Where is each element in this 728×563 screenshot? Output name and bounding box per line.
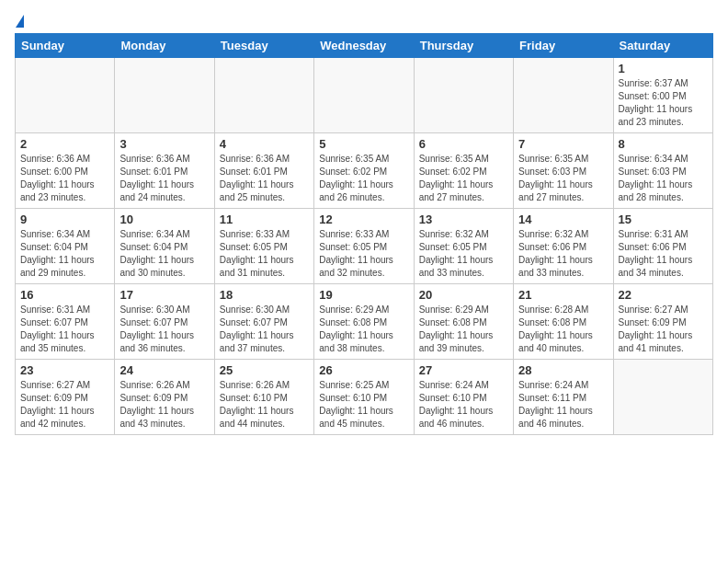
day-number: 7 xyxy=(518,137,608,151)
day-info: Sunrise: 6:31 AM Sunset: 6:06 PM Dayligh… xyxy=(619,228,708,280)
day-info: Sunrise: 6:27 AM Sunset: 6:09 PM Dayligh… xyxy=(619,304,708,355)
day-info: Sunrise: 6:30 AM Sunset: 6:07 PM Dayligh… xyxy=(220,304,309,355)
calendar-cell: 7Sunrise: 6:35 AM Sunset: 6:03 PM Daylig… xyxy=(514,133,613,209)
calendar-cell xyxy=(414,58,513,133)
day-info: Sunrise: 6:25 AM Sunset: 6:10 PM Dayligh… xyxy=(319,379,408,431)
calendar-cell: 14Sunrise: 6:32 AM Sunset: 6:06 PM Dayli… xyxy=(514,209,613,284)
calendar-week-row: 2Sunrise: 6:36 AM Sunset: 6:00 PM Daylig… xyxy=(16,133,713,209)
day-number: 9 xyxy=(20,213,109,226)
day-info: Sunrise: 6:36 AM Sunset: 6:01 PM Dayligh… xyxy=(220,153,309,204)
day-info: Sunrise: 6:34 AM Sunset: 6:04 PM Dayligh… xyxy=(20,228,109,280)
day-number: 11 xyxy=(220,213,309,226)
calendar-cell: 6Sunrise: 6:35 AM Sunset: 6:02 PM Daylig… xyxy=(414,133,513,209)
day-info: Sunrise: 6:32 AM Sunset: 6:06 PM Dayligh… xyxy=(518,228,608,280)
day-number: 3 xyxy=(119,137,209,151)
calendar-cell: 27Sunrise: 6:24 AM Sunset: 6:10 PM Dayli… xyxy=(414,360,513,435)
day-info: Sunrise: 6:34 AM Sunset: 6:03 PM Dayligh… xyxy=(619,153,708,204)
day-number: 17 xyxy=(119,288,209,302)
day-info: Sunrise: 6:26 AM Sunset: 6:10 PM Dayligh… xyxy=(220,379,309,431)
day-info: Sunrise: 6:29 AM Sunset: 6:08 PM Dayligh… xyxy=(419,304,508,355)
day-number: 28 xyxy=(518,363,608,377)
day-info: Sunrise: 6:34 AM Sunset: 6:04 PM Dayligh… xyxy=(119,228,209,280)
calendar-cell: 22Sunrise: 6:27 AM Sunset: 6:09 PM Dayli… xyxy=(613,284,712,360)
calendar-week-row: 16Sunrise: 6:31 AM Sunset: 6:07 PM Dayli… xyxy=(16,284,713,360)
calendar-week-row: 23Sunrise: 6:27 AM Sunset: 6:09 PM Dayli… xyxy=(16,360,713,435)
calendar-week-row: 1Sunrise: 6:37 AM Sunset: 6:00 PM Daylig… xyxy=(16,58,713,133)
calendar-cell: 9Sunrise: 6:34 AM Sunset: 6:04 PM Daylig… xyxy=(16,209,115,284)
calendar-cell: 5Sunrise: 6:35 AM Sunset: 6:02 PM Daylig… xyxy=(314,133,414,209)
calendar-table: SundayMondayTuesdayWednesdayThursdayFrid… xyxy=(15,33,713,435)
day-info: Sunrise: 6:29 AM Sunset: 6:08 PM Dayligh… xyxy=(319,304,408,355)
column-header-friday: Friday xyxy=(514,34,613,58)
calendar-cell: 18Sunrise: 6:30 AM Sunset: 6:07 PM Dayli… xyxy=(214,284,313,360)
day-info: Sunrise: 6:28 AM Sunset: 6:08 PM Dayligh… xyxy=(518,304,608,355)
day-number: 19 xyxy=(319,288,408,302)
column-header-wednesday: Wednesday xyxy=(314,34,414,58)
logo-triangle-icon xyxy=(16,15,24,28)
calendar-cell: 10Sunrise: 6:34 AM Sunset: 6:04 PM Dayli… xyxy=(115,209,214,284)
day-number: 5 xyxy=(319,137,408,151)
day-number: 1 xyxy=(619,62,708,75)
calendar-cell: 16Sunrise: 6:31 AM Sunset: 6:07 PM Dayli… xyxy=(16,284,115,360)
calendar-cell: 26Sunrise: 6:25 AM Sunset: 6:10 PM Dayli… xyxy=(314,360,414,435)
day-number: 26 xyxy=(319,363,408,377)
calendar-cell xyxy=(314,58,414,133)
day-info: Sunrise: 6:33 AM Sunset: 6:05 PM Dayligh… xyxy=(220,228,309,280)
calendar-cell: 21Sunrise: 6:28 AM Sunset: 6:08 PM Dayli… xyxy=(514,284,613,360)
day-info: Sunrise: 6:37 AM Sunset: 6:00 PM Dayligh… xyxy=(619,77,708,129)
day-number: 8 xyxy=(619,137,708,151)
day-number: 21 xyxy=(518,288,608,302)
day-info: Sunrise: 6:24 AM Sunset: 6:11 PM Dayligh… xyxy=(518,379,608,431)
column-header-tuesday: Tuesday xyxy=(214,34,313,58)
logo xyxy=(15,15,24,26)
day-info: Sunrise: 6:36 AM Sunset: 6:01 PM Dayligh… xyxy=(119,153,209,204)
calendar-cell: 3Sunrise: 6:36 AM Sunset: 6:01 PM Daylig… xyxy=(115,133,214,209)
calendar-cell xyxy=(514,58,613,133)
calendar-cell: 23Sunrise: 6:27 AM Sunset: 6:09 PM Dayli… xyxy=(16,360,115,435)
calendar-cell: 1Sunrise: 6:37 AM Sunset: 6:00 PM Daylig… xyxy=(613,58,712,133)
calendar-cell: 4Sunrise: 6:36 AM Sunset: 6:01 PM Daylig… xyxy=(214,133,313,209)
day-number: 12 xyxy=(319,213,408,226)
day-number: 23 xyxy=(20,363,109,377)
day-info: Sunrise: 6:30 AM Sunset: 6:07 PM Dayligh… xyxy=(119,304,209,355)
day-number: 14 xyxy=(518,213,608,226)
day-info: Sunrise: 6:35 AM Sunset: 6:02 PM Dayligh… xyxy=(419,153,508,204)
calendar-cell xyxy=(115,58,214,133)
column-header-saturday: Saturday xyxy=(613,34,712,58)
day-number: 25 xyxy=(220,363,309,377)
day-info: Sunrise: 6:35 AM Sunset: 6:02 PM Dayligh… xyxy=(319,153,408,204)
column-header-sunday: Sunday xyxy=(16,34,115,58)
day-info: Sunrise: 6:31 AM Sunset: 6:07 PM Dayligh… xyxy=(20,304,109,355)
day-number: 4 xyxy=(220,137,309,151)
calendar-cell: 19Sunrise: 6:29 AM Sunset: 6:08 PM Dayli… xyxy=(314,284,414,360)
day-number: 22 xyxy=(619,288,708,302)
calendar-header-row: SundayMondayTuesdayWednesdayThursdayFrid… xyxy=(16,34,713,58)
calendar-cell: 20Sunrise: 6:29 AM Sunset: 6:08 PM Dayli… xyxy=(414,284,513,360)
column-header-monday: Monday xyxy=(115,34,214,58)
page-header xyxy=(15,15,713,26)
day-info: Sunrise: 6:35 AM Sunset: 6:03 PM Dayligh… xyxy=(518,153,608,204)
calendar-cell xyxy=(214,58,313,133)
calendar-cell: 15Sunrise: 6:31 AM Sunset: 6:06 PM Dayli… xyxy=(613,209,712,284)
day-number: 15 xyxy=(619,213,708,226)
day-number: 2 xyxy=(20,137,109,151)
calendar-cell: 11Sunrise: 6:33 AM Sunset: 6:05 PM Dayli… xyxy=(214,209,313,284)
calendar-cell: 8Sunrise: 6:34 AM Sunset: 6:03 PM Daylig… xyxy=(613,133,712,209)
day-number: 27 xyxy=(419,363,508,377)
calendar-cell: 13Sunrise: 6:32 AM Sunset: 6:05 PM Dayli… xyxy=(414,209,513,284)
column-header-thursday: Thursday xyxy=(414,34,513,58)
calendar-cell: 25Sunrise: 6:26 AM Sunset: 6:10 PM Dayli… xyxy=(214,360,313,435)
calendar-cell: 24Sunrise: 6:26 AM Sunset: 6:09 PM Dayli… xyxy=(115,360,214,435)
day-info: Sunrise: 6:32 AM Sunset: 6:05 PM Dayligh… xyxy=(419,228,508,280)
calendar-cell: 17Sunrise: 6:30 AM Sunset: 6:07 PM Dayli… xyxy=(115,284,214,360)
calendar-cell: 28Sunrise: 6:24 AM Sunset: 6:11 PM Dayli… xyxy=(514,360,613,435)
day-number: 24 xyxy=(119,363,209,377)
calendar-cell: 2Sunrise: 6:36 AM Sunset: 6:00 PM Daylig… xyxy=(16,133,115,209)
day-number: 20 xyxy=(419,288,508,302)
day-number: 10 xyxy=(119,213,209,226)
calendar-week-row: 9Sunrise: 6:34 AM Sunset: 6:04 PM Daylig… xyxy=(16,209,713,284)
calendar-cell xyxy=(16,58,115,133)
day-number: 6 xyxy=(419,137,508,151)
day-info: Sunrise: 6:26 AM Sunset: 6:09 PM Dayligh… xyxy=(119,379,209,431)
day-info: Sunrise: 6:24 AM Sunset: 6:10 PM Dayligh… xyxy=(419,379,508,431)
